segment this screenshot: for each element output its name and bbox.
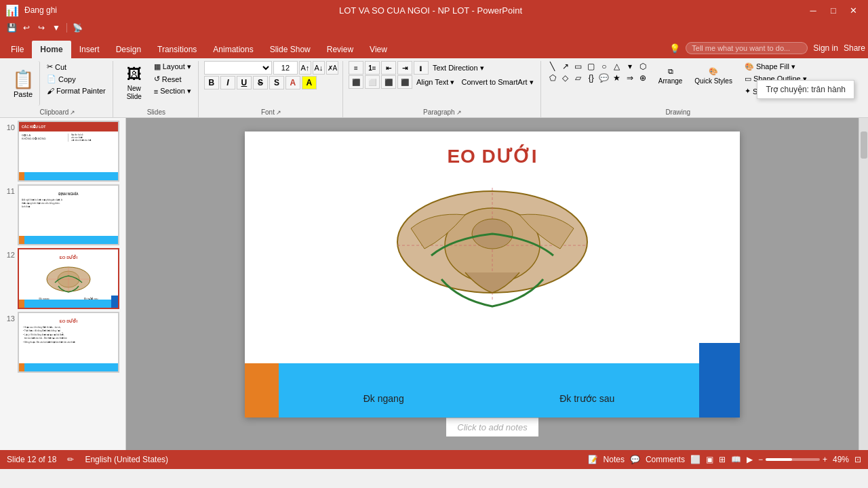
minimize-button[interactable]: ─ [804,1,822,19]
shape-brace[interactable]: {} [585,73,597,83]
tab-slideshow[interactable]: Slide Show [262,41,319,58]
shape-parallelogram[interactable]: ▱ [572,73,585,83]
italic-button[interactable]: I [220,76,235,89]
text-direction-button[interactable]: Text Direction ▾ [430,62,487,74]
shape-extra2[interactable]: ⊕ [637,73,649,83]
shape-fill-button[interactable]: 🎨 Shape Fill ▾ [742,61,810,73]
shape-arrow[interactable]: ↗ [559,61,572,72]
slide-item-13[interactable]: 13 EO DƯỚI • Hoặc sau: khi dùng Biết là … [3,312,123,373]
tab-review[interactable]: Review [319,41,361,58]
normal-view-button[interactable]: ▣ [706,455,713,464]
notes-toggle-icon[interactable]: 📝 [588,455,598,464]
align-center-button[interactable]: ⬜ [365,75,380,89]
tab-design[interactable]: Design [108,41,149,58]
align-left-button[interactable]: ⬛ [349,75,363,89]
convert-smartart-button[interactable]: Convert to SmartArt ▾ [458,77,536,88]
font-size-decrease-button[interactable]: A↓ [313,61,325,75]
paste-button[interactable]: 📋 Paste [7,61,40,106]
undo-button[interactable]: ↩ [20,22,33,34]
slideshow-button[interactable]: ▶ [747,455,753,464]
slide-item-11[interactable]: 11 ĐỊNH NGHĨA Adk nghĩ thiệt tic kiến mặ… [3,184,123,245]
zoom-track[interactable] [766,458,820,461]
font-size-input[interactable] [273,61,298,75]
present-online-button[interactable]: 📡 [71,22,83,34]
shape-circle[interactable]: ○ [598,61,610,72]
comments-label[interactable]: Comments [646,455,685,464]
share-button[interactable]: Share [844,43,865,53]
slide-sorter-button[interactable]: ⊞ [719,455,726,464]
columns-button[interactable]: ⫿ [414,61,429,75]
comments-icon[interactable]: 💬 [630,455,640,464]
tab-insert[interactable]: Insert [71,41,108,58]
numbered-list-button[interactable]: 1≡ [365,61,380,75]
notes-area[interactable]: Click to add notes [446,418,538,436]
cut-button[interactable]: ✂ Cut [44,61,108,73]
shape-star[interactable]: ★ [611,73,623,83]
bullet-list-button[interactable]: ≡ [349,61,363,75]
strikethrough-button[interactable]: S [253,76,268,89]
shape-callout[interactable]: 💬 [598,73,610,83]
shape-arrow2[interactable]: ⇒ [624,73,636,83]
slides-panel[interactable]: 10 CÁC KIỀU LOT GỌI LÀKHÔNG ĐỘI BÓNG Họ … [0,118,126,450]
quick-styles-button[interactable]: 🎨 Quick Styles [690,61,736,91]
zoom-minus-button[interactable]: − [758,455,763,464]
scroll-thumb[interactable] [861,131,867,159]
tab-transitions[interactable]: Transitions [149,41,205,58]
zoom-percent[interactable]: 49% [833,455,849,464]
shape-triangle[interactable]: △ [611,61,623,72]
layout-button[interactable]: ▦ Layout ▾ [151,61,194,73]
slide-thumb-12[interactable]: EO DƯỚI Đk ngan [18,248,119,309]
clipboard-expand-icon[interactable]: ↗ [70,109,75,116]
notes-label[interactable]: Notes [604,455,625,464]
shadow-button[interactable]: S [269,76,284,89]
decrease-indent-button[interactable]: ⇤ [381,61,396,75]
justify-button[interactable]: ⬛ [397,75,412,89]
new-slide-button[interactable]: 🖼 NewSlide [119,61,150,106]
paragraph-expand-icon[interactable]: ↗ [456,109,462,116]
slide-item-10[interactable]: 10 CÁC KIỀU LOT GỌI LÀKHÔNG ĐỘI BÓNG Họ … [3,121,123,182]
reading-view-button[interactable]: 📖 [731,455,741,464]
redo-button[interactable]: ↪ [35,22,47,34]
tab-view[interactable]: View [361,41,395,58]
font-size-increase-button[interactable]: A↑ [299,61,311,75]
reset-button[interactable]: ↺ Reset [151,73,194,85]
shape-pentagon[interactable]: ⬠ [547,73,559,83]
save-quick-button[interactable]: 💾 [5,22,18,34]
search-input[interactable] [686,42,808,54]
section-button[interactable]: ≡ Section ▾ [151,85,194,97]
font-color-button[interactable]: A [285,76,300,89]
font-expand-icon[interactable]: ↗ [276,109,281,116]
slide-thumb-11[interactable]: ĐỊNH NGHĨA Adk nghĩ thiệt tic kiến mặt p… [18,184,119,245]
maximize-button[interactable]: □ [825,1,842,19]
close-button[interactable]: ✕ [845,1,863,19]
shape-rect[interactable]: ▭ [572,61,585,72]
shape-line[interactable]: ╲ [547,61,559,72]
tab-home[interactable]: Home [32,41,71,58]
shape-more[interactable]: ▾ [624,61,636,72]
slide-thumb-10[interactable]: CÁC KIỀU LOT GỌI LÀKHÔNG ĐỘI BÓNG Họ tên… [18,121,119,182]
shape-extra[interactable]: ⬡ [637,61,649,72]
slide-item-12[interactable]: 12 EO DƯỚI [3,248,123,309]
highlight-button[interactable]: A [302,76,317,89]
fit-slide-button[interactable]: ⬜ [690,455,701,464]
signin-link[interactable]: Sign in [813,43,838,53]
shape-diamond[interactable]: ◇ [559,73,572,83]
fit-window-button[interactable]: ⊡ [854,455,861,464]
zoom-plus-button[interactable]: + [823,455,827,464]
bold-button[interactable]: B [204,76,219,89]
right-scrollbar[interactable] [859,118,868,450]
align-right-button[interactable]: ⬛ [381,75,396,89]
increase-indent-button[interactable]: ⇥ [397,61,412,75]
align-text-button[interactable]: Align Text ▾ [414,77,458,88]
copy-button[interactable]: 📄 Copy [44,73,108,85]
clear-format-button[interactable]: ✗A [326,61,338,75]
underline-button[interactable]: U [237,76,252,89]
slide-thumb-13[interactable]: EO DƯỚI • Hoặc sau: khi dùng Biết là kiề… [18,312,119,373]
font-family-select[interactable] [204,61,272,75]
format-painter-button[interactable]: 🖌 Format Painter [44,85,108,96]
customize-quick-access[interactable]: ▼ [50,22,62,34]
tab-file[interactable]: File [3,41,32,58]
arrange-button[interactable]: ⧉ Arrange [654,61,687,91]
shape-rounded-rect[interactable]: ▢ [585,61,597,72]
tab-animations[interactable]: Animations [205,41,261,58]
